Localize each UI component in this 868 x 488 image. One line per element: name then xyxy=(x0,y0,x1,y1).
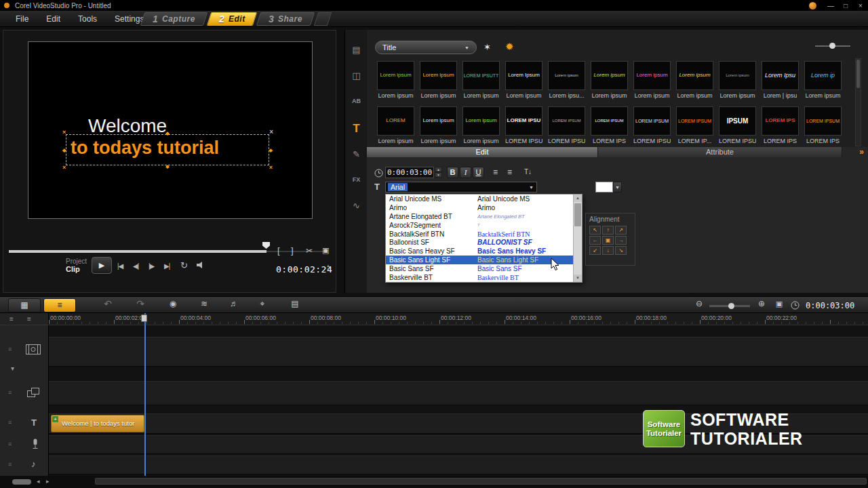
scrubber-progress[interactable] xyxy=(9,250,267,253)
volume-icon[interactable] xyxy=(196,261,205,269)
media-icon[interactable]: ▤ xyxy=(345,45,368,55)
title-thumbnail[interactable]: LOREM IPSUM LOREM IPS xyxy=(591,106,628,144)
overlay-track-icon[interactable] xyxy=(27,388,40,398)
title-thumbnail[interactable]: Lorem ipsum Lorem ipsum xyxy=(420,61,457,99)
font-option[interactable]: Asrock7Segment 7 xyxy=(386,221,582,230)
undo-button[interactable]: ↶ xyxy=(99,297,117,311)
track-manager-icon[interactable]: ≡ xyxy=(9,315,14,323)
menu-tools[interactable]: Tools xyxy=(69,11,106,27)
scroll-down-icon[interactable]: ▼ xyxy=(574,274,582,282)
record-capture-button[interactable]: ◉ xyxy=(164,297,182,311)
repeat-button[interactable]: ↻ xyxy=(180,260,188,270)
auto-music-button[interactable]: ♬ xyxy=(225,297,243,311)
overlay-track-lane[interactable] xyxy=(49,381,868,405)
split-clip-button[interactable]: ✂ xyxy=(306,246,313,256)
playhead-marker[interactable] xyxy=(141,314,147,322)
selection-handle[interactable] xyxy=(165,130,169,136)
title-thumbnail[interactable]: Lorem ipsum Lorem ipsum xyxy=(676,61,713,99)
selection-handle[interactable] xyxy=(62,147,66,153)
alignment-button[interactable]: ▣ xyxy=(602,236,614,245)
selection-handle[interactable] xyxy=(165,163,169,169)
title-thumbnail[interactable]: Lorem ipsum Lorem ipsum xyxy=(462,106,500,144)
title-selection-box[interactable] xyxy=(66,134,269,165)
video-track-lane[interactable] xyxy=(49,337,868,367)
title-thumbnail[interactable]: IPSUM LOREM IPSU xyxy=(719,106,756,144)
selection-handle[interactable] xyxy=(62,129,66,135)
timecode-spinner[interactable]: ▲ ▼ xyxy=(326,264,330,272)
subtitle-editor-button[interactable]: ▤ xyxy=(286,297,304,311)
title-thumbnail[interactable]: Lorem ipsum Lorem ipsum xyxy=(719,61,756,99)
title-thumbnail[interactable]: Lorem ipsum Lorem ipsum xyxy=(420,106,457,144)
title-track-icon[interactable]: T xyxy=(31,418,37,428)
italic-button[interactable]: I xyxy=(460,167,471,178)
sound-mixer-button[interactable]: ≋ xyxy=(195,297,213,311)
scrollbar-grip[interactable] xyxy=(12,479,31,485)
timeline-zoom-slider-thumb[interactable] xyxy=(728,303,734,309)
title-thumbnail[interactable]: Lorem ipsum Lorem ipsu... xyxy=(548,61,585,99)
timeline-ruler[interactable]: ≡ ≡ 00:00:00:0000:00:02:0000:00:04:0000:… xyxy=(0,313,868,325)
redo-button[interactable]: ↷ xyxy=(132,297,149,311)
title-thumbnail[interactable]: Lorem ip Lorem ipsum xyxy=(804,61,842,99)
underline-button[interactable]: U xyxy=(473,167,484,178)
trim-marker[interactable] xyxy=(262,242,270,249)
home-button[interactable]: |◀ xyxy=(117,262,123,270)
graphic-icon[interactable]: ✎ xyxy=(345,149,368,159)
voice-track-options-icon[interactable]: ≡ xyxy=(8,441,12,447)
timeline-clock-icon[interactable] xyxy=(791,301,800,310)
duration-spinner[interactable]: ▲ ▼ xyxy=(435,167,442,178)
motion-tracking-button[interactable]: ⌖ xyxy=(254,297,271,311)
alignment-button[interactable]: ↓ xyxy=(602,246,614,255)
zoom-out-icon[interactable]: ⊖ xyxy=(690,297,708,311)
alignment-button[interactable]: ↑ xyxy=(602,226,614,235)
menu-edit[interactable]: Edit xyxy=(37,11,69,27)
tab-panel-attribute[interactable]: Attribute xyxy=(598,147,842,157)
font-option[interactable]: Arial Unicode MS Arial Unicode MS xyxy=(386,195,582,203)
bold-button[interactable]: B xyxy=(447,167,458,178)
voice-track-icon[interactable] xyxy=(31,439,39,450)
title-icon[interactable]: T xyxy=(345,122,368,136)
zoom-in-icon[interactable]: ⊕ xyxy=(753,297,770,311)
fit-timeline-icon[interactable]: ▣ xyxy=(770,297,788,311)
video-track-icon[interactable] xyxy=(26,344,41,354)
storyboard-view-button[interactable]: ▦ xyxy=(8,298,41,312)
minimize-button[interactable]: — xyxy=(823,2,838,9)
thumbnail-size-slider-thumb[interactable] xyxy=(829,43,835,49)
vertical-text-button[interactable]: T↓ xyxy=(521,167,534,178)
align-center-button[interactable]: ≡ xyxy=(503,167,516,178)
title-thumbnail[interactable]: Lorem ipsum Lorem ipsum xyxy=(377,61,414,99)
tab-share[interactable]: 3 Share xyxy=(256,12,315,26)
alignment-button[interactable]: ← xyxy=(589,236,601,245)
font-option[interactable]: BacktalkSerif BTN BacktalkSerif BTN xyxy=(386,230,582,239)
transition-icon[interactable]: ◫ xyxy=(345,70,368,81)
title-thumbnail[interactable]: LOREM IPSUM LOREM IPSU xyxy=(633,106,671,144)
path-icon[interactable]: ∿ xyxy=(345,201,368,211)
library-scrollbar-thumb[interactable] xyxy=(856,60,860,88)
title-thumbnail[interactable]: LOREM Lorem ipsum xyxy=(377,106,414,144)
font-option[interactable]: Baskerville BT Baskerville BT xyxy=(386,273,582,282)
font-option[interactable]: Artane Elongated BT Artane Elongated BT xyxy=(386,212,582,221)
alignment-button[interactable]: → xyxy=(615,236,627,245)
clip-mode-label[interactable]: Clip xyxy=(66,265,87,273)
selection-handle[interactable] xyxy=(269,147,273,153)
title-thumbnail[interactable]: Lorem Ipsum Lorem ipsum xyxy=(505,61,542,99)
track-options-icon[interactable]: ≡ xyxy=(27,315,31,323)
capture-frame-button[interactable]: ▣ xyxy=(322,246,329,255)
font-color-swatch[interactable] xyxy=(595,182,613,192)
font-option[interactable]: Balloonist SF BALLOONIST SF xyxy=(386,238,582,247)
title-thumbnail[interactable]: LOREM IPSUM LOREM IPS xyxy=(804,106,842,144)
selection-handle[interactable] xyxy=(269,165,273,170)
overlay-track-options-icon[interactable]: ≡ xyxy=(8,389,12,396)
music-track-icon[interactable]: ♪ xyxy=(31,459,36,469)
scroll-right-icon[interactable]: ▸ xyxy=(46,478,50,485)
collapse-tracks-icon[interactable]: ▾ xyxy=(11,365,14,372)
close-button[interactable]: × xyxy=(853,2,868,9)
help-button[interactable] xyxy=(809,2,816,9)
mark-in-button[interactable]: [ xyxy=(277,245,280,256)
gallery-category-select[interactable]: Title ▼ xyxy=(375,41,477,54)
title-thumbnail[interactable]: LOREM IPSUM LOREM IPSU xyxy=(548,106,585,144)
subtitle-ab-icon[interactable]: AB xyxy=(345,98,368,104)
video-track-options-icon[interactable]: ≡ xyxy=(8,346,12,352)
title-thumbnail[interactable]: Lorem Ipsu Lorem | ipsu xyxy=(762,61,799,99)
title-thumbnail[interactable]: LOREM IPS LOREM IPS xyxy=(762,106,799,144)
font-color-dropdown[interactable]: ▼ xyxy=(613,182,622,192)
